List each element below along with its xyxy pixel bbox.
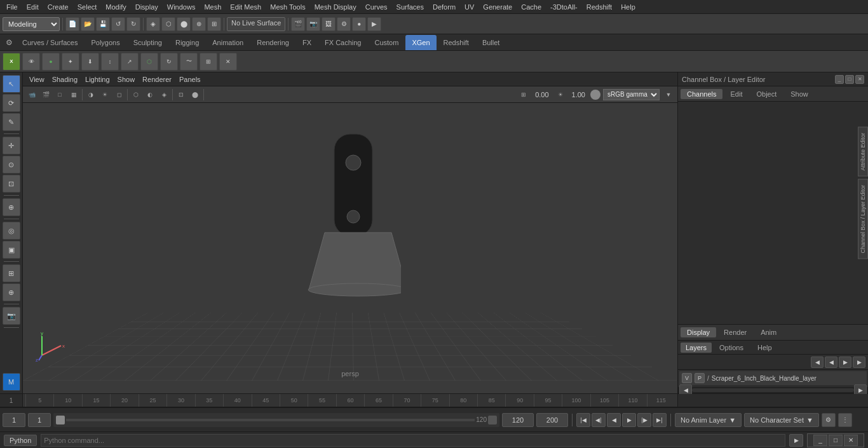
layers-end-btn[interactable]: ▶	[853, 356, 865, 368]
menu-generate[interactable]: Generate	[479, 2, 516, 12]
vt-cube-btn[interactable]: □	[53, 88, 66, 101]
tab-polygons[interactable]: Polygons	[85, 35, 126, 50]
attribute-editor-tab[interactable]: Attribute Editor	[858, 127, 868, 177]
vt-iso-btn[interactable]: ⊡	[175, 88, 187, 101]
tab-fx-caching[interactable]: FX Caching	[318, 35, 367, 50]
win-close-btn[interactable]: ✕	[844, 435, 858, 446]
universal-manip-btn[interactable]: ⊕	[3, 198, 20, 216]
jump-end-btn[interactable]: ▶|	[653, 413, 667, 427]
menu-deform[interactable]: Deform	[429, 2, 459, 12]
xgen-feather-btn[interactable]: ✦	[62, 53, 79, 71]
step-fwd-btn[interactable]: |▶	[637, 413, 651, 427]
vp-menu-shading[interactable]: Shading	[50, 74, 80, 85]
no-live-surface-label[interactable]: No Live Surface	[227, 17, 285, 31]
menu-create[interactable]: Create	[44, 2, 72, 12]
vp-menu-view[interactable]: View	[27, 74, 47, 85]
win-minimize-btn[interactable]: _	[813, 435, 827, 446]
play-back-btn[interactable]: ◀	[607, 413, 621, 427]
menu-edit-mesh[interactable]: Edit Mesh	[226, 2, 265, 12]
range-thumb[interactable]	[488, 416, 497, 424]
render3-btn[interactable]: 🖼	[322, 17, 336, 31]
menu-mesh[interactable]: Mesh	[200, 2, 225, 12]
vt-wire-btn[interactable]: ⬡	[130, 88, 142, 101]
win-maximize-btn[interactable]: □	[829, 435, 843, 446]
xgen-arrow-btn[interactable]: ↗	[121, 53, 139, 71]
rotate-tool-btn[interactable]: ⟳	[3, 94, 20, 112]
python-run-btn[interactable]: ▶	[789, 434, 803, 447]
marquee-btn[interactable]: ▣	[3, 241, 20, 259]
layers-add-btn[interactable]: ◀	[811, 356, 824, 368]
select-tool-btn[interactable]: ↖	[3, 75, 20, 93]
step-back-btn[interactable]: ◀|	[592, 413, 606, 427]
tab-xgen[interactable]: XGen	[405, 35, 436, 50]
menu-surfaces[interactable]: Surfaces	[393, 2, 428, 12]
tab-show[interactable]: Show	[784, 89, 815, 99]
vt-xray-btn[interactable]: ◈	[158, 88, 170, 101]
xgen-close-btn[interactable]: ✕	[219, 53, 237, 71]
vt-grid-btn[interactable]: ▦	[67, 88, 80, 101]
layer-visibility-btn[interactable]: V	[682, 373, 692, 383]
layers-anim-tab[interactable]: Anim	[754, 327, 783, 337]
menu-mesh-display[interactable]: Mesh Display	[311, 2, 360, 12]
xgen-refresh-btn[interactable]: ↻	[160, 53, 178, 71]
current-frame-input[interactable]: 1	[3, 413, 25, 427]
tab-sculpting[interactable]: Sculpting	[127, 35, 168, 50]
tab-edit[interactable]: Edit	[724, 89, 749, 99]
vt-camera-btn[interactable]: 📹	[25, 88, 38, 101]
vp-menu-show[interactable]: Show	[115, 74, 138, 85]
xgen-guide-btn[interactable]: ↕	[101, 53, 119, 71]
gamma-expand-btn[interactable]: ▼	[662, 88, 675, 101]
menu-edit[interactable]: Edit	[23, 2, 43, 12]
layers-prev-btn[interactable]: ◀	[825, 356, 837, 368]
rotate-manip-btn[interactable]: ⊙	[3, 156, 20, 173]
gamma-exposure-btn[interactable]: ☀	[554, 88, 567, 101]
python-tab[interactable]: Python	[4, 435, 37, 446]
layers-layers-tab[interactable]: Layers	[681, 343, 712, 353]
vp-menu-renderer[interactable]: Renderer	[140, 74, 174, 85]
paint-tool-btn[interactable]: ✎	[3, 113, 20, 131]
menu-file[interactable]: File	[3, 2, 22, 12]
render4-btn[interactable]: ⚙	[337, 17, 351, 31]
play-fwd-btn[interactable]: ▶	[622, 413, 636, 427]
channel-box-layer-tab[interactable]: Channel Box / Layer Editor	[858, 179, 868, 259]
xgen-eye-btn[interactable]: 👁	[22, 53, 40, 71]
menu-uv[interactable]: UV	[461, 2, 478, 12]
channel-box-minimize-btn[interactable]: _	[835, 75, 844, 84]
channel-box-maximize-btn[interactable]: □	[845, 75, 854, 84]
anim-layer-btn[interactable]: No Anim Layer ▼	[675, 413, 742, 427]
channel-box-close-btn[interactable]: ✕	[855, 75, 864, 84]
save-btn[interactable]: 💾	[96, 17, 110, 31]
scrollbar-track[interactable]	[692, 388, 854, 392]
tab-animation[interactable]: Animation	[206, 35, 250, 50]
tab-bullet[interactable]: Bullet	[476, 35, 506, 50]
xgen-circle-btn[interactable]: ●	[42, 53, 60, 71]
menu-mesh-tools[interactable]: Mesh Tools	[266, 2, 309, 12]
snap-grid-btn[interactable]: ⊞	[3, 264, 20, 282]
tab-fx[interactable]: FX	[296, 35, 318, 50]
xgen-down-btn[interactable]: ⬇	[81, 53, 99, 71]
maya-logo-btn[interactable]: M	[3, 373, 20, 391]
color-space-select[interactable]: sRGB gamma	[603, 89, 660, 100]
redo-btn[interactable]: ↻	[126, 17, 140, 31]
timeline-ruler[interactable]: 5 10 15 20 25 30 35 40 45 50 55 60 65 70…	[23, 394, 677, 407]
xgen-wave-btn[interactable]: 〜	[180, 53, 198, 71]
tab-curves-surfaces[interactable]: Curves / Surfaces	[16, 35, 84, 50]
range-handle[interactable]	[56, 416, 65, 424]
menu-cache[interactable]: Cache	[517, 2, 545, 12]
new-scene-btn[interactable]: 📄	[65, 17, 79, 31]
vt-smooth-btn[interactable]: ◐	[144, 88, 156, 101]
range-start-input[interactable]: 1	[28, 413, 51, 427]
xgen-logo-btn[interactable]: X	[3, 53, 20, 71]
layers-help-tab[interactable]: Help	[751, 343, 778, 353]
tab-rigging[interactable]: Rigging	[169, 35, 205, 50]
hypershade-btn[interactable]: ●	[352, 17, 366, 31]
tab-object[interactable]: Object	[750, 89, 783, 99]
snap-curve-btn[interactable]: ⊕	[3, 283, 20, 301]
undo-btn[interactable]: ↺	[111, 17, 125, 31]
layers-render-tab[interactable]: Render	[717, 327, 753, 337]
vt-shadow-btn[interactable]: ◻	[112, 88, 125, 101]
vt-shading-btn[interactable]: ◑	[85, 88, 97, 101]
menu-display[interactable]: Display	[132, 2, 162, 12]
vt-light-btn[interactable]: ☀	[98, 88, 111, 101]
char-set-btn[interactable]: No Character Set ▼	[744, 413, 819, 427]
